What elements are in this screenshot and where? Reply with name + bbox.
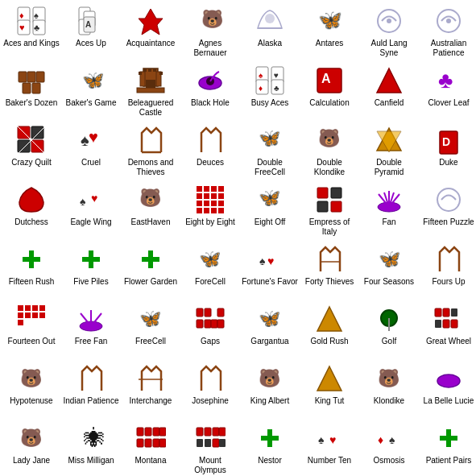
game-item-crazy-quilt[interactable]: Crazy Quilt <box>2 121 61 180</box>
game-item-osmosis[interactable]: ♦♠Osmosis <box>359 419 419 476</box>
game-item-canfield[interactable]: Canfield <box>359 61 419 121</box>
svg-text:♥: ♥ <box>329 433 336 446</box>
game-label-aces-and-kings: Aces and Kings <box>3 39 60 48</box>
game-icon-la-belle-lucie <box>433 362 465 395</box>
game-item-double-pyramid[interactable]: Double Pyramid <box>359 121 419 180</box>
svg-text:♠: ♠ <box>318 433 325 446</box>
game-item-fourteen-out[interactable]: Fourteen Out <box>2 300 61 359</box>
game-item-lady-jane[interactable]: 🐻Lady Jane <box>2 419 61 476</box>
game-item-fan[interactable]: Fan <box>359 180 419 240</box>
game-item-empress-of-italy[interactable]: Empress of Italy <box>300 180 359 240</box>
game-item-indian-patience[interactable]: Indian Patience <box>61 359 121 419</box>
game-item-miss-milligan[interactable]: 🕷Miss Milligan <box>61 419 121 476</box>
game-item-josephine[interactable]: Josephine <box>180 359 240 419</box>
game-item-la-belle-lucie[interactable]: La Belle Lucie <box>419 359 476 419</box>
svg-text:D: D <box>442 135 450 148</box>
game-item-forecell[interactable]: 🦋ForeCell <box>180 240 240 300</box>
game-item-duke[interactable]: DDuke <box>419 121 476 180</box>
game-item-patient-pairs[interactable]: Patient Pairs <box>419 419 476 476</box>
game-item-king-albert[interactable]: 🐻King Albert <box>240 359 300 419</box>
game-item-gold-rush[interactable]: Gold Rush <box>300 300 359 359</box>
game-label-acquaintance: Acquaintance <box>126 39 176 48</box>
game-icon-aces-up: A <box>75 5 107 37</box>
game-label-demons-and-thieves: Demons and Thieves <box>122 158 179 177</box>
game-item-acquaintance[interactable]: Acquaintance <box>121 2 180 61</box>
game-item-bakers-dozen[interactable]: Baker's Dozen <box>2 61 61 121</box>
game-item-double-klondike[interactable]: 🐻Double Klondike <box>300 121 359 180</box>
game-item-aces-up[interactable]: AAces Up <box>61 2 121 61</box>
game-item-four-seasons[interactable]: 🦋Four Seasons <box>359 240 419 300</box>
game-item-beleaguered-castle[interactable]: Beleaguered Castle <box>121 61 180 121</box>
game-item-eight-off[interactable]: 🦋Eight Off <box>240 180 300 240</box>
game-icon-alaska <box>254 5 286 37</box>
game-item-calculation[interactable]: ACalculation <box>300 61 359 121</box>
game-item-mount-olympus[interactable]: Mount Olympus <box>180 419 240 476</box>
game-item-hypotenuse[interactable]: 🐻Hypotenuse <box>2 359 61 419</box>
game-icon-aces-and-kings: ♦♠♥♣ <box>15 5 48 37</box>
game-item-gaps[interactable]: Gaps <box>180 300 240 359</box>
game-item-gargantua[interactable]: 🦋Gargantua <box>240 300 300 359</box>
svg-rect-37 <box>137 88 164 93</box>
game-label-beleaguered-castle: Beleaguered Castle <box>122 98 179 118</box>
game-label-klondike: Klondike <box>374 396 404 406</box>
game-item-dutchess[interactable]: Dutchess <box>2 180 61 240</box>
svg-rect-119 <box>211 320 217 328</box>
game-label-eight-by-eight: Eight by Eight <box>185 217 235 227</box>
svg-rect-151 <box>205 439 211 447</box>
game-item-klondike[interactable]: 🐻Klondike <box>359 359 419 419</box>
game-icon-easthaven: 🐻 <box>135 184 167 216</box>
game-item-great-wheel[interactable]: Great Wheel <box>419 300 476 359</box>
game-icon-number-ten: ♠♥ <box>313 422 346 454</box>
game-item-agnes-bernauer[interactable]: 🐻Agnes Bernauer <box>180 2 240 61</box>
game-label-double-freecell: Double FreeCell <box>242 158 298 177</box>
game-item-freecell[interactable]: 🦋FreeCell <box>121 300 180 359</box>
game-item-clover-leaf[interactable]: ♣Clover Leaf <box>419 61 476 121</box>
svg-text:🐻: 🐻 <box>20 367 43 389</box>
game-item-easthaven[interactable]: 🐻EastHaven <box>121 180 180 240</box>
game-item-deuces[interactable]: Deuces <box>180 121 240 180</box>
game-item-black-hole[interactable]: Black Hole <box>180 61 240 121</box>
game-item-double-freecell[interactable]: 🦋Double FreeCell <box>240 121 300 180</box>
game-item-interchange[interactable]: Interchange <box>121 359 180 419</box>
game-item-eight-by-eight[interactable]: Eight by Eight <box>180 180 240 240</box>
game-icon-duke: D <box>433 124 465 156</box>
game-item-nestor[interactable]: Nestor <box>240 419 300 476</box>
game-item-aces-and-kings[interactable]: ♦♠♥♣Aces and Kings <box>2 2 61 61</box>
game-label-busy-aces: Busy Aces <box>251 98 289 108</box>
svg-point-21 <box>446 19 451 23</box>
game-item-bakers-game[interactable]: 🦋Baker's Game <box>61 61 121 121</box>
game-item-montana[interactable]: Montana <box>121 419 180 476</box>
game-item-antares[interactable]: 🦋Antares <box>300 2 359 61</box>
game-item-golf[interactable]: Golf <box>359 300 419 359</box>
game-item-cruel[interactable]: ♠♥Cruel <box>61 121 121 180</box>
game-item-fifteen-rush[interactable]: Fifteen Rush <box>2 240 61 300</box>
svg-text:♠: ♠ <box>389 433 395 446</box>
game-item-fortunes-favor[interactable]: ♠♥Fortune's Favor <box>240 240 300 300</box>
svg-rect-73 <box>197 193 202 199</box>
game-item-king-tut[interactable]: King Tut <box>300 359 359 419</box>
game-item-demons-and-thieves[interactable]: Demons and Thieves <box>121 121 180 180</box>
svg-text:♣: ♣ <box>438 68 453 93</box>
game-item-number-ten[interactable]: ♠♥Number Ten <box>300 419 359 476</box>
game-item-fifteen-puzzle[interactable]: Fifteen Puzzle <box>419 180 476 240</box>
game-item-free-fan[interactable]: Free Fan <box>61 300 121 359</box>
game-item-five-piles[interactable]: Five Piles <box>61 240 121 300</box>
game-label-dutchess: Dutchess <box>14 217 48 227</box>
game-icon-australian-patience <box>433 5 465 37</box>
game-item-eagle-wing[interactable]: ♠♥Eagle Wing <box>61 180 121 240</box>
game-item-australian-patience[interactable]: Australian Patience <box>419 2 476 61</box>
game-icon-bakers-dozen <box>15 64 48 97</box>
game-item-flower-garden[interactable]: Flower Garden <box>121 240 180 300</box>
game-item-busy-aces[interactable]: ♠♥♦♣Busy Aces <box>240 61 300 121</box>
game-icon-miss-milligan: 🕷 <box>75 422 107 454</box>
game-label-bakers-dozen: Baker's Dozen <box>6 98 58 108</box>
game-label-hypotenuse: Hypotenuse <box>10 396 52 406</box>
game-item-auld-lang-syne[interactable]: Auld Lang Syne <box>359 2 419 61</box>
game-item-fours-up[interactable]: Fours Up <box>419 240 476 300</box>
svg-rect-145 <box>159 439 166 447</box>
svg-text:🦋: 🦋 <box>318 8 342 31</box>
game-label-auld-lang-syne: Auld Lang Syne <box>361 39 417 58</box>
svg-rect-125 <box>435 308 441 317</box>
game-item-alaska[interactable]: Alaska <box>240 2 300 61</box>
game-item-forty-thieves[interactable]: Forty Thieves <box>300 240 359 300</box>
